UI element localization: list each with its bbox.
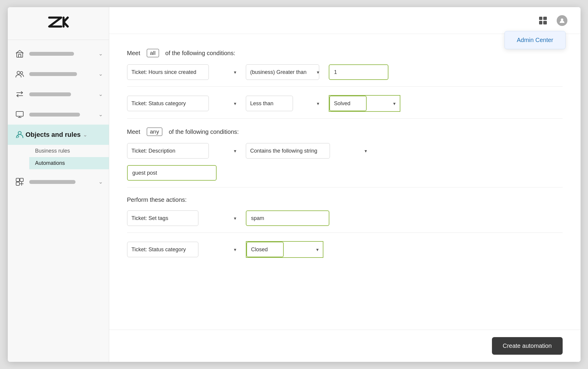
condition3-operator-select-wrap[interactable]: Contains the following string Does not c…: [246, 143, 371, 159]
svg-rect-7: [20, 178, 23, 182]
nav-item-placeholder: [29, 72, 96, 76]
main-content: Admin Center Meet all of the following c…: [109, 7, 581, 362]
admin-center-link[interactable]: Admin Center: [517, 37, 553, 43]
sidebar-item-home[interactable]: ⌄: [8, 44, 109, 64]
app-window: ⌄ ⌄ ⌄: [8, 7, 581, 362]
svg-rect-8: [16, 182, 19, 185]
grid-apps-button[interactable]: [536, 14, 550, 27]
admin-center-dropdown: Admin Center: [504, 31, 565, 49]
condition2-value-select-wrap[interactable]: New Open Pending Solved Closed: [329, 95, 400, 112]
divider-4: [127, 232, 563, 233]
building-icon: [14, 48, 26, 60]
meet-any-suffix: of the following conditions:: [169, 128, 239, 135]
sidebar-item-channels[interactable]: ⌄: [8, 84, 109, 104]
svg-point-5: [18, 131, 21, 134]
actions-title: Perform these actions:: [127, 196, 563, 203]
any-conditions-title: Meet any of the following conditions:: [127, 128, 563, 136]
chevron-down-icon: ⌄: [98, 179, 103, 185]
svg-rect-4: [16, 111, 23, 116]
condition-row-1: Ticket: Hours since created Ticket: Stat…: [127, 64, 563, 80]
action-row-2: Ticket: Status category Ticket: Set tags…: [127, 241, 563, 258]
zendesk-logo: [46, 15, 70, 32]
sidebar-item-objects-rules-label: Objects and rules: [26, 131, 81, 139]
divider-1: [127, 86, 563, 87]
chevron-down-icon: ⌄: [98, 111, 103, 118]
sidebar-logo: [8, 7, 109, 40]
objects-rules-icon: [14, 129, 26, 141]
action1-field-select[interactable]: Ticket: Status category Ticket: Set tags…: [127, 210, 198, 226]
people-icon: [14, 68, 26, 80]
apps-icon: [14, 176, 26, 188]
topbar-icons: [536, 14, 569, 27]
topbar: Admin Center: [109, 7, 581, 34]
action2-field-select-wrap[interactable]: Ticket: Status category Ticket: Set tags…: [127, 242, 240, 257]
sidebar-sub-item-business-rules[interactable]: Business rules: [29, 145, 109, 157]
grid-icon: [539, 17, 547, 24]
condition1-operator-select[interactable]: (business) Greater than (business) Less …: [246, 64, 319, 80]
sidebar-item-objects-rules[interactable]: Objects and rules ⌄: [8, 125, 109, 145]
sidebar-sub-item-automations[interactable]: Automations: [29, 157, 109, 169]
meet-any-prefix: Meet: [127, 128, 140, 135]
meet-all-suffix: of the following conditions:: [165, 50, 235, 57]
condition3-value-input[interactable]: [127, 165, 217, 181]
chevron-down-icon: ⌄: [98, 50, 103, 57]
sidebar-item-workspaces[interactable]: ⌄: [8, 104, 109, 125]
create-automation-button[interactable]: Create automation: [492, 337, 563, 355]
all-keyword-box: all: [147, 49, 159, 57]
svg-point-3: [20, 72, 23, 74]
any-keyword-box: any: [147, 128, 163, 136]
svg-rect-6: [16, 178, 19, 182]
page-content: Meet all of the following conditions: Ti…: [109, 34, 581, 330]
action2-value-select[interactable]: New Open Pending Solved Closed: [246, 242, 284, 257]
nav-item-placeholder: [29, 92, 96, 96]
condition1-field-select[interactable]: Ticket: Hours since created Ticket: Stat…: [127, 64, 209, 80]
nav-item-placeholder: [29, 52, 96, 56]
condition3-operator-select[interactable]: Contains the following string Does not c…: [246, 143, 330, 159]
svg-rect-0: [17, 53, 23, 57]
all-conditions-title: Meet all of the following conditions:: [127, 49, 563, 57]
condition2-field-select-wrap[interactable]: Ticket: Hours since created Ticket: Stat…: [127, 96, 240, 111]
condition3-field-select-wrap[interactable]: Ticket: Hours since created Ticket: Stat…: [127, 143, 240, 159]
condition2-value-select[interactable]: New Open Pending Solved Closed: [329, 96, 367, 111]
arrows-icon: [14, 88, 26, 100]
sidebar: ⌄ ⌄ ⌄: [8, 7, 109, 362]
condition1-value-input[interactable]: [329, 64, 388, 80]
svg-point-9: [561, 18, 563, 21]
actions-section: Perform these actions: Ticket: Status ca…: [127, 196, 563, 258]
condition-row-2: Ticket: Hours since created Ticket: Stat…: [127, 95, 563, 112]
footer-bar: Create automation: [109, 330, 581, 362]
user-avatar-icon: [557, 15, 567, 26]
meet-all-prefix: Meet: [127, 50, 140, 57]
action-row-1: Ticket: Status category Ticket: Set tags…: [127, 210, 563, 226]
condition3-field-select[interactable]: Ticket: Hours since created Ticket: Stat…: [127, 143, 209, 159]
any-conditions-section: Meet any of the following conditions: Ti…: [127, 128, 563, 181]
chevron-down-icon: ⌄: [98, 71, 103, 77]
action2-field-select[interactable]: Ticket: Status category Ticket: Set tags…: [127, 242, 198, 257]
condition2-operator-select[interactable]: Less than Greater than Is Is not: [246, 96, 293, 111]
sidebar-item-apps[interactable]: ⌄: [8, 172, 109, 192]
condition1-operator-select-wrap[interactable]: (business) Greater than (business) Less …: [246, 64, 323, 80]
monitor-icon: [14, 108, 26, 120]
condition2-operator-select-wrap[interactable]: Less than Greater than Is Is not: [246, 96, 323, 111]
action1-value-input[interactable]: [246, 210, 329, 226]
user-profile-button[interactable]: [555, 14, 569, 27]
condition-row-3b: [127, 165, 563, 181]
svg-point-2: [17, 71, 20, 74]
divider-2: [127, 118, 563, 119]
sidebar-navigation: ⌄ ⌄ ⌄: [8, 40, 109, 362]
all-conditions-section: Meet all of the following conditions: Ti…: [127, 49, 563, 112]
sidebar-item-people[interactable]: ⌄: [8, 64, 109, 84]
action1-field-select-wrap[interactable]: Ticket: Status category Ticket: Set tags…: [127, 210, 240, 226]
divider-3: [127, 187, 563, 187]
chevron-down-icon: ⌄: [98, 91, 103, 97]
svg-rect-1: [18, 54, 21, 57]
condition-row-3: Ticket: Hours since created Ticket: Stat…: [127, 143, 563, 159]
action2-value-select-wrap[interactable]: New Open Pending Solved Closed: [246, 241, 323, 258]
condition1-field-select-wrap[interactable]: Ticket: Hours since created Ticket: Stat…: [127, 64, 240, 80]
sub-navigation: Business rules Automations: [8, 145, 109, 169]
nav-item-placeholder: [29, 113, 96, 117]
condition2-field-select[interactable]: Ticket: Hours since created Ticket: Stat…: [127, 96, 209, 111]
chevron-down-icon: ⌄: [83, 131, 87, 138]
nav-item-placeholder: [29, 180, 96, 184]
